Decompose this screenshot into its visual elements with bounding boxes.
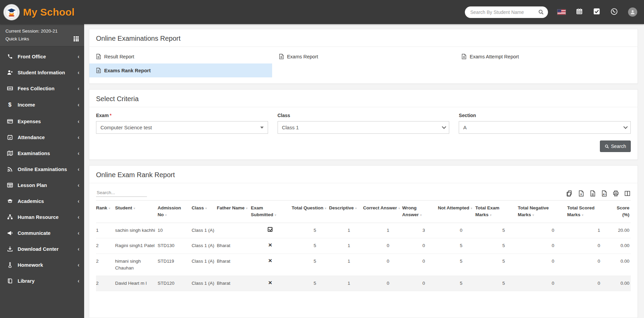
class-select[interactable]: Class 1 bbox=[278, 121, 450, 134]
column-header-rank[interactable]: Rank▾ bbox=[96, 201, 115, 223]
report-link-exams-attempt-report[interactable]: Exams Attempt Report bbox=[455, 50, 638, 63]
table-row[interactable]: 2David Heart m lSTD120Class 1 (A)Bharat×… bbox=[96, 276, 631, 291]
sidebar-item-front-office[interactable]: Front Office‹ bbox=[0, 49, 84, 64]
cell-wrong-answer: 0 bbox=[402, 254, 438, 276]
cell-score: 0.00 bbox=[613, 276, 631, 291]
dropdown-triangle-icon bbox=[260, 127, 264, 129]
rank-table: Rank▾Student▾Admission No▾Class▾Father N… bbox=[96, 200, 631, 291]
chevron-left-icon: ‹ bbox=[78, 200, 79, 203]
column-header-student[interactable]: Student▾ bbox=[115, 201, 157, 223]
cell-descriptive: 1 bbox=[329, 254, 363, 276]
sort-caret-icon: ▾ bbox=[133, 206, 135, 210]
session-block: Current Session: 2020-21 Quick Links bbox=[0, 24, 84, 46]
section-select[interactable]: A bbox=[459, 121, 631, 134]
main-content: Online Examinations Report Result Report… bbox=[84, 24, 644, 318]
chevron-left-icon: ‹ bbox=[78, 152, 79, 155]
sitemap-icon bbox=[7, 214, 13, 220]
cell-score: 20.00 bbox=[613, 223, 631, 238]
sidebar-item-download-center[interactable]: Download Center‹ bbox=[0, 241, 84, 257]
export-columns-button[interactable] bbox=[624, 190, 631, 197]
column-label: Admission No bbox=[157, 205, 181, 217]
sidebar-item-human-resource[interactable]: Human Resource‹ bbox=[0, 209, 84, 225]
cell-descriptive: 1 bbox=[329, 238, 363, 254]
selected-value: Class 1 bbox=[282, 125, 442, 130]
sidebar-item-fees-collection[interactable]: Fees Collection‹ bbox=[0, 80, 84, 96]
report-link-result-report[interactable]: Result Report bbox=[89, 50, 272, 63]
column-header-total-question[interactable]: Total Question▾ bbox=[291, 201, 329, 223]
exam-select[interactable]: Computer Science test bbox=[96, 121, 268, 134]
language-flag-icon[interactable] bbox=[557, 10, 566, 15]
quick-links-label: Quick Links bbox=[5, 35, 74, 43]
cell-class: Class 1 (A) bbox=[192, 254, 217, 276]
column-header-descriptive[interactable]: Descriptive▾ bbox=[329, 201, 363, 223]
chevron-left-icon: ‹ bbox=[78, 168, 79, 171]
column-header-total-negative-marks[interactable]: Total Negative Marks▾ bbox=[518, 201, 567, 223]
column-header-wrong-answer[interactable]: Wrong Answer▾ bbox=[402, 201, 438, 223]
cell-admission-no: 10 bbox=[157, 223, 191, 238]
column-header-total-scored-marks[interactable]: Total Scored Marks▾ bbox=[567, 201, 613, 223]
column-header-not-attempted[interactable]: Not Attempted▾ bbox=[438, 201, 475, 223]
export-csv-button[interactable] bbox=[589, 190, 596, 197]
column-label: Student bbox=[115, 205, 132, 210]
column-header-class[interactable]: Class▾ bbox=[192, 201, 217, 223]
cell-father-name: Bharat bbox=[217, 276, 251, 291]
table-row[interactable]: 2Ragini singh1 PatelSTD130Class 1 (A)Bha… bbox=[96, 238, 631, 254]
export-excel-button[interactable]: X bbox=[578, 190, 585, 197]
sidebar-item-examinations[interactable]: Examinations‹ bbox=[0, 145, 84, 161]
export-toolbar: XA bbox=[566, 190, 631, 197]
school-logo[interactable] bbox=[3, 4, 20, 20]
whatsapp-icon[interactable] bbox=[610, 8, 618, 17]
column-header-total-exam-marks[interactable]: Total Exam Marks▾ bbox=[475, 201, 518, 223]
cell-total-question: 5 bbox=[291, 223, 329, 238]
sidebar-item-library[interactable]: Library‹ bbox=[0, 273, 84, 289]
document-icon bbox=[96, 54, 101, 59]
sidebar-item-student-information[interactable]: Student Information‹ bbox=[0, 64, 84, 80]
page-title: Online Examinations Report bbox=[89, 29, 638, 47]
sidebar-item-homework[interactable]: Homework‹ bbox=[0, 257, 84, 273]
column-label: Total Exam Marks bbox=[475, 205, 499, 217]
report-link-exams-report[interactable]: Exams Report bbox=[272, 50, 455, 63]
cell-not-attempted: 0 bbox=[438, 223, 475, 238]
sidebar-item-expenses[interactable]: Expenses‹ bbox=[0, 113, 84, 129]
field-label: Class bbox=[278, 113, 450, 118]
table-row[interactable]: 1sachin singh kachhi10Class 1 (A)5113050… bbox=[96, 223, 631, 238]
dollar-icon: $ bbox=[7, 101, 13, 108]
table-row[interactable]: 2himani singh ChauhanSTD119Class 1 (A)Bh… bbox=[96, 254, 631, 276]
report-link-exams-rank-report[interactable]: Exams Rank Report bbox=[89, 63, 272, 77]
search-button[interactable]: Search bbox=[600, 141, 631, 152]
document-icon bbox=[461, 54, 467, 59]
sidebar-item-attendance[interactable]: Attendance‹ bbox=[0, 129, 84, 145]
column-header-admission-no[interactable]: Admission No▾ bbox=[157, 201, 191, 223]
sidebar-item-academics[interactable]: Academics‹ bbox=[0, 193, 84, 209]
student-search-input[interactable] bbox=[470, 10, 538, 15]
sidebar: Current Session: 2020-21 Quick Links Fro… bbox=[0, 24, 84, 318]
table-search-input[interactable] bbox=[96, 189, 147, 197]
sort-caret-icon: ▾ bbox=[165, 213, 167, 217]
calendar-icon[interactable] bbox=[576, 8, 583, 16]
field-label: Exam* bbox=[96, 113, 268, 118]
user-avatar[interactable] bbox=[628, 7, 637, 17]
sort-caret-icon: ▾ bbox=[532, 213, 534, 217]
sidebar-item-income[interactable]: $Income‹ bbox=[0, 96, 84, 113]
sort-caret-icon: ▾ bbox=[490, 213, 492, 217]
tasks-check-square-icon[interactable] bbox=[593, 8, 600, 16]
quick-links-grid-icon[interactable] bbox=[74, 36, 79, 41]
column-header-correct-answer[interactable]: Correct Answer▾ bbox=[363, 201, 402, 223]
sidebar-item-lesson-plan[interactable]: Lesson Plan‹ bbox=[0, 177, 84, 193]
chevron-left-icon: ‹ bbox=[78, 231, 79, 235]
svg-text:A: A bbox=[603, 193, 605, 196]
column-label: Score (%) bbox=[617, 205, 629, 217]
cell-wrong-answer: 3 bbox=[402, 223, 438, 238]
column-header-father-name[interactable]: Father Name▾ bbox=[217, 201, 251, 223]
export-pdf-button[interactable]: A bbox=[601, 190, 608, 197]
export-copy-button[interactable] bbox=[566, 190, 573, 197]
column-header-exam-submitted[interactable]: Exam Submitted▾ bbox=[251, 201, 291, 223]
cell-total-exam-marks: 5 bbox=[475, 254, 518, 276]
cell-student: himani singh Chauhan bbox=[115, 254, 157, 276]
search-icon[interactable] bbox=[538, 9, 544, 15]
map-icon bbox=[7, 150, 13, 156]
column-header-score[interactable]: Score (%) bbox=[613, 201, 631, 223]
sidebar-item-online-examinations[interactable]: Online Examinations‹ bbox=[0, 161, 84, 177]
sidebar-item-communicate[interactable]: Communicate‹ bbox=[0, 225, 84, 241]
export-print-button[interactable] bbox=[612, 190, 619, 197]
